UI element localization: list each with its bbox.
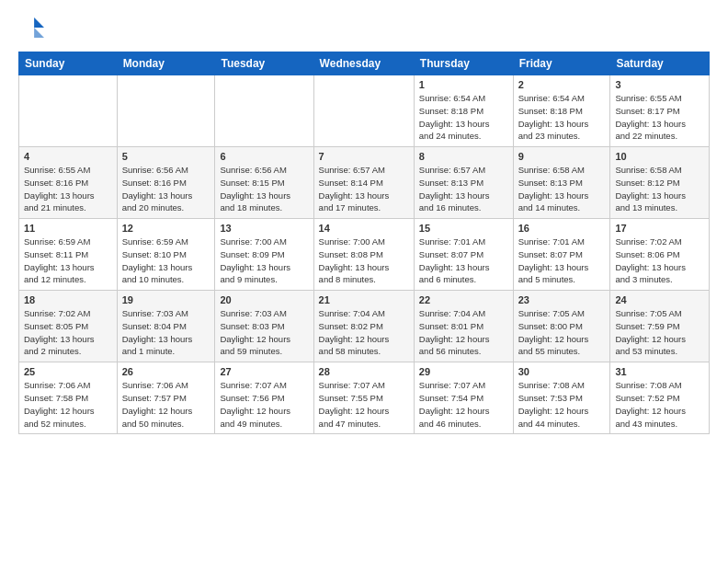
day-number: 11 [24, 223, 112, 234]
calendar-cell: 22Sunrise: 7:04 AM Sunset: 8:01 PM Dayli… [414, 291, 513, 362]
day-info: Sunrise: 7:05 AM Sunset: 7:59 PM Dayligh… [615, 307, 704, 358]
day-info: Sunrise: 7:00 AM Sunset: 8:09 PM Dayligh… [220, 236, 308, 286]
day-number: 3 [615, 79, 704, 90]
day-info: Sunrise: 7:03 AM Sunset: 8:03 PM Dayligh… [220, 307, 308, 358]
day-info: Sunrise: 7:07 AM Sunset: 7:54 PM Dayligh… [419, 379, 508, 430]
calendar-week-row: 1Sunrise: 6:54 AM Sunset: 8:18 PM Daylig… [19, 75, 710, 147]
calendar-cell: 3Sunrise: 6:55 AM Sunset: 8:17 PM Daylig… [610, 75, 710, 147]
day-number: 5 [122, 151, 210, 162]
calendar-cell: 30Sunrise: 7:08 AM Sunset: 7:53 PM Dayli… [513, 362, 610, 434]
calendar-cell: 23Sunrise: 7:05 AM Sunset: 8:00 PM Dayli… [513, 291, 610, 362]
day-info: Sunrise: 6:57 AM Sunset: 8:13 PM Dayligh… [419, 164, 508, 214]
day-number: 22 [419, 294, 508, 305]
day-info: Sunrise: 7:00 AM Sunset: 8:08 PM Dayligh… [319, 236, 409, 286]
day-number: 29 [419, 366, 508, 377]
day-info: Sunrise: 7:08 AM Sunset: 7:53 PM Dayligh… [518, 379, 606, 430]
calendar-cell: 11Sunrise: 6:59 AM Sunset: 8:11 PM Dayli… [19, 219, 118, 291]
day-info: Sunrise: 6:55 AM Sunset: 8:16 PM Dayligh… [24, 164, 112, 214]
day-number: 6 [220, 151, 308, 162]
day-info: Sunrise: 7:02 AM Sunset: 8:05 PM Dayligh… [24, 307, 112, 358]
day-info: Sunrise: 7:07 AM Sunset: 7:56 PM Dayligh… [220, 379, 308, 430]
day-number: 27 [220, 366, 308, 377]
day-number: 31 [615, 366, 704, 377]
day-info: Sunrise: 6:58 AM Sunset: 8:13 PM Dayligh… [518, 164, 606, 214]
calendar-cell: 15Sunrise: 7:01 AM Sunset: 8:07 PM Dayli… [414, 219, 513, 291]
calendar-cell: 26Sunrise: 7:06 AM Sunset: 7:57 PM Dayli… [117, 362, 215, 434]
day-info: Sunrise: 7:06 AM Sunset: 7:57 PM Dayligh… [122, 379, 210, 430]
day-info: Sunrise: 7:08 AM Sunset: 7:52 PM Dayligh… [615, 379, 704, 430]
calendar-cell: 5Sunrise: 6:56 AM Sunset: 8:16 PM Daylig… [117, 147, 215, 219]
svg-marker-0 [34, 17, 44, 28]
calendar-week-row: 25Sunrise: 7:06 AM Sunset: 7:58 PM Dayli… [19, 362, 710, 434]
weekday-header: Monday [117, 52, 215, 75]
day-number: 9 [518, 151, 606, 162]
weekday-header: Saturday [610, 52, 710, 75]
calendar-week-row: 4Sunrise: 6:55 AM Sunset: 8:16 PM Daylig… [19, 147, 710, 219]
calendar-cell: 10Sunrise: 6:58 AM Sunset: 8:12 PM Dayli… [610, 147, 710, 219]
calendar-cell: 1Sunrise: 6:54 AM Sunset: 8:18 PM Daylig… [414, 75, 513, 147]
day-number: 21 [319, 294, 409, 305]
day-info: Sunrise: 6:55 AM Sunset: 8:17 PM Dayligh… [615, 92, 704, 143]
day-number: 17 [615, 223, 704, 234]
calendar-week-row: 18Sunrise: 7:02 AM Sunset: 8:05 PM Dayli… [19, 291, 710, 362]
calendar-cell: 24Sunrise: 7:05 AM Sunset: 7:59 PM Dayli… [610, 291, 710, 362]
day-number: 13 [220, 223, 308, 234]
calendar-cell: 17Sunrise: 7:02 AM Sunset: 8:06 PM Dayli… [610, 219, 710, 291]
day-number: 24 [615, 294, 704, 305]
day-info: Sunrise: 7:07 AM Sunset: 7:55 PM Dayligh… [319, 379, 409, 430]
day-number: 14 [319, 223, 409, 234]
logo [18, 15, 48, 40]
calendar-cell: 6Sunrise: 6:56 AM Sunset: 8:15 PM Daylig… [215, 147, 313, 219]
day-number: 28 [319, 366, 409, 377]
day-number: 30 [518, 366, 606, 377]
day-number: 18 [24, 294, 112, 305]
day-info: Sunrise: 7:06 AM Sunset: 7:58 PM Dayligh… [24, 379, 112, 430]
day-number: 12 [122, 223, 210, 234]
day-number: 25 [24, 366, 112, 377]
calendar-cell: 27Sunrise: 7:07 AM Sunset: 7:56 PM Dayli… [215, 362, 313, 434]
weekday-header: Sunday [19, 52, 118, 75]
day-number: 10 [615, 151, 704, 162]
day-number: 15 [419, 223, 508, 234]
calendar-cell: 18Sunrise: 7:02 AM Sunset: 8:05 PM Dayli… [19, 291, 118, 362]
calendar-cell [19, 75, 118, 147]
day-info: Sunrise: 7:04 AM Sunset: 8:02 PM Dayligh… [319, 307, 409, 358]
calendar-table: SundayMondayTuesdayWednesdayThursdayFrid… [18, 52, 710, 434]
weekday-header: Wednesday [313, 52, 414, 75]
day-number: 16 [518, 223, 606, 234]
calendar-cell: 31Sunrise: 7:08 AM Sunset: 7:52 PM Dayli… [610, 362, 710, 434]
calendar-cell: 12Sunrise: 6:59 AM Sunset: 8:10 PM Dayli… [117, 219, 215, 291]
day-info: Sunrise: 6:56 AM Sunset: 8:15 PM Dayligh… [220, 164, 308, 214]
day-number: 7 [319, 151, 409, 162]
day-number: 26 [122, 366, 210, 377]
calendar-cell: 9Sunrise: 6:58 AM Sunset: 8:13 PM Daylig… [513, 147, 610, 219]
calendar-cell: 8Sunrise: 6:57 AM Sunset: 8:13 PM Daylig… [414, 147, 513, 219]
calendar-cell: 19Sunrise: 7:03 AM Sunset: 8:04 PM Dayli… [117, 291, 215, 362]
logo-icon [18, 15, 44, 40]
day-info: Sunrise: 6:57 AM Sunset: 8:14 PM Dayligh… [319, 164, 409, 214]
day-number: 8 [419, 151, 508, 162]
weekday-header: Thursday [414, 52, 513, 75]
calendar-cell: 25Sunrise: 7:06 AM Sunset: 7:58 PM Dayli… [19, 362, 118, 434]
day-number: 1 [419, 79, 508, 90]
calendar-cell [215, 75, 313, 147]
day-info: Sunrise: 6:58 AM Sunset: 8:12 PM Dayligh… [615, 164, 704, 214]
calendar-cell: 16Sunrise: 7:01 AM Sunset: 8:07 PM Dayli… [513, 219, 610, 291]
calendar-cell [313, 75, 414, 147]
calendar-header-row: SundayMondayTuesdayWednesdayThursdayFrid… [19, 52, 710, 75]
calendar-cell: 14Sunrise: 7:00 AM Sunset: 8:08 PM Dayli… [313, 219, 414, 291]
calendar-cell: 4Sunrise: 6:55 AM Sunset: 8:16 PM Daylig… [19, 147, 118, 219]
day-info: Sunrise: 7:02 AM Sunset: 8:06 PM Dayligh… [615, 236, 704, 286]
svg-marker-1 [34, 28, 44, 38]
page-header [18, 15, 710, 40]
weekday-header: Friday [513, 52, 610, 75]
day-number: 19 [122, 294, 210, 305]
calendar-cell: 21Sunrise: 7:04 AM Sunset: 8:02 PM Dayli… [313, 291, 414, 362]
calendar-cell: 29Sunrise: 7:07 AM Sunset: 7:54 PM Dayli… [414, 362, 513, 434]
day-info: Sunrise: 7:04 AM Sunset: 8:01 PM Dayligh… [419, 307, 508, 358]
day-info: Sunrise: 6:54 AM Sunset: 8:18 PM Dayligh… [518, 92, 606, 143]
calendar-cell: 28Sunrise: 7:07 AM Sunset: 7:55 PM Dayli… [313, 362, 414, 434]
calendar-cell: 20Sunrise: 7:03 AM Sunset: 8:03 PM Dayli… [215, 291, 313, 362]
day-number: 20 [220, 294, 308, 305]
day-number: 4 [24, 151, 112, 162]
